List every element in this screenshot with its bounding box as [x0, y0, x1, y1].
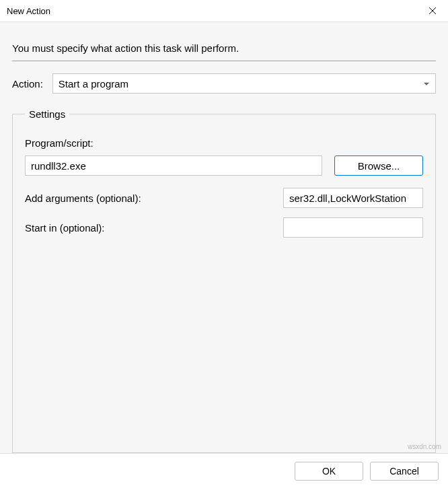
arguments-label: Add arguments (optional):: [25, 193, 283, 204]
dialog-content: You must specify what action this task w…: [0, 22, 448, 453]
dialog-footer: OK Cancel: [0, 453, 448, 488]
close-icon: [428, 7, 437, 15]
startin-label: Start in (optional):: [25, 222, 283, 234]
settings-fieldset: Settings Program/script: Browse... Add a…: [12, 108, 436, 453]
program-label: Program/script:: [25, 137, 423, 149]
action-select-wrapper: Start a program: [52, 73, 436, 94]
cancel-button[interactable]: Cancel: [370, 462, 439, 481]
close-button[interactable]: [417, 0, 448, 22]
watermark: wsxdn.com: [408, 443, 441, 450]
program-input[interactable]: [25, 155, 322, 176]
instruction-text: You must specify what action this task w…: [12, 42, 436, 54]
action-label: Action:: [12, 78, 43, 90]
arguments-input[interactable]: [283, 188, 423, 208]
window-title: New Action: [7, 6, 417, 16]
divider: [12, 61, 436, 61]
settings-legend: Settings: [25, 108, 69, 120]
titlebar: New Action: [0, 0, 448, 22]
startin-input[interactable]: [283, 217, 423, 238]
program-row: Browse...: [25, 155, 423, 176]
startin-row: Start in (optional):: [25, 217, 423, 238]
browse-button[interactable]: Browse...: [334, 155, 423, 176]
action-row: Action: Start a program: [12, 73, 436, 94]
ok-button[interactable]: OK: [295, 462, 363, 481]
dialog-window: New Action You must specify what action …: [0, 0, 448, 488]
action-select[interactable]: Start a program: [52, 73, 436, 94]
arguments-row: Add arguments (optional):: [25, 188, 423, 208]
